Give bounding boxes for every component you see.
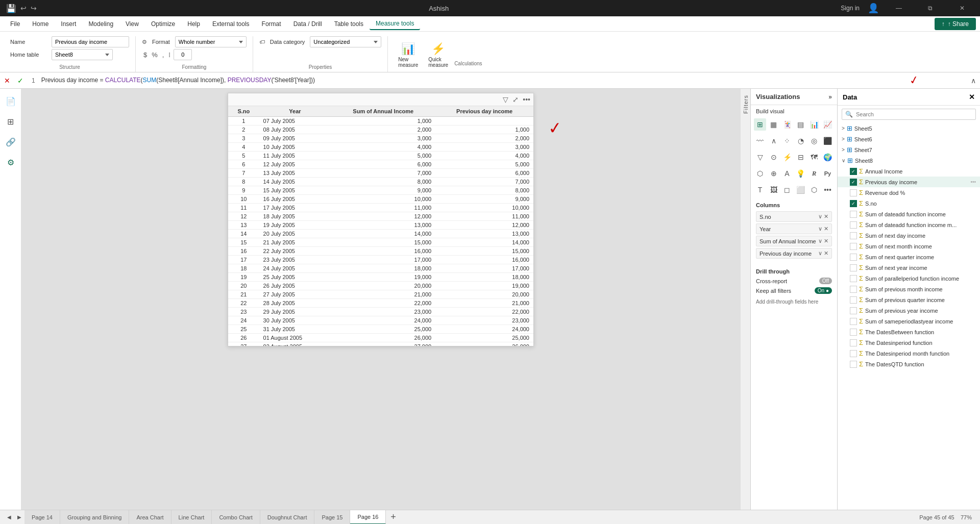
viz-line-icon[interactable]: 〰 <box>754 135 766 147</box>
data-tree-item[interactable]: > ⊞ Sheet7 <box>838 144 980 155</box>
menu-help[interactable]: Help <box>181 18 206 30</box>
decimal-btn[interactable]: ⁞ <box>167 51 172 59</box>
tree-check[interactable] <box>850 211 857 218</box>
keep-filters-toggle[interactable]: On ● <box>815 287 832 294</box>
viz-expand-btn[interactable]: » <box>828 93 832 101</box>
data-tree-item[interactable]: > ⊞ Sheet6 <box>838 134 980 144</box>
menu-view[interactable]: View <box>119 18 145 30</box>
viz-map-icon[interactable]: 🗺 <box>808 151 820 163</box>
data-category-select[interactable]: Uncategorized <box>310 36 381 47</box>
user-icon[interactable]: 👤 <box>868 3 879 14</box>
viz-area-icon[interactable]: ∧ <box>768 135 780 147</box>
viz-multirow-icon[interactable]: ▤ <box>795 118 807 131</box>
data-tree-item[interactable]: Σ The DatesBetween function <box>838 327 980 337</box>
tree-check[interactable] <box>850 318 857 325</box>
viz-more-icon[interactable]: ••• <box>822 184 834 196</box>
viz-r-icon[interactable]: R <box>808 167 820 180</box>
viz-paginator-icon[interactable]: ⬡ <box>808 184 820 196</box>
tree-check[interactable] <box>850 264 857 271</box>
viz-donut-icon[interactable]: ◎ <box>808 135 820 147</box>
viz-treemap-icon[interactable]: ⬛ <box>822 135 834 147</box>
viz-gauge-icon[interactable]: ⊙ <box>768 151 780 163</box>
report-view-icon[interactable]: 📄 <box>3 93 19 109</box>
tab-back-btn[interactable]: ◀ <box>4 512 14 522</box>
signin-label[interactable]: Sign in <box>841 5 860 12</box>
menu-modeling[interactable]: Modeling <box>82 18 119 30</box>
viz-pie-icon[interactable]: ◔ <box>795 135 807 147</box>
data-tree-item[interactable]: ✓ Σ Annual Income <box>838 166 980 177</box>
viz-matrix-icon[interactable]: ▦ <box>768 118 780 131</box>
menu-data-drill[interactable]: Data / Drill <box>287 18 328 30</box>
redo-icon[interactable]: ↪ <box>31 4 37 12</box>
viz-scatter-icon[interactable]: ⁘ <box>781 135 793 147</box>
data-tree-item[interactable]: Σ The Datesinperiod function <box>838 337 980 348</box>
close-btn[interactable]: ✕ <box>950 0 974 16</box>
data-tree-item[interactable]: Σ Sum of previous year income <box>838 305 980 316</box>
table-view-icon[interactable]: ⊞ <box>3 113 19 130</box>
viz-button-icon[interactable]: ⬜ <box>795 184 807 196</box>
data-tree-item[interactable]: Σ Sum of next day income <box>838 230 980 241</box>
tree-check[interactable]: ✓ <box>850 200 857 207</box>
data-tree-item[interactable]: Σ Sum of dateadd function income m... <box>838 219 980 230</box>
data-tree-item[interactable]: ∨ ⊞ Sheet8 <box>838 155 980 166</box>
data-tree-item[interactable]: Σ Sum of next quarter income <box>838 252 980 262</box>
minimize-btn[interactable]: — <box>887 0 911 16</box>
menu-insert[interactable]: Insert <box>55 18 82 30</box>
tree-check[interactable] <box>850 361 857 368</box>
filter-icon[interactable]: ▽ <box>503 95 508 104</box>
tab-page14[interactable]: Page 14 <box>24 510 60 525</box>
quick-measure-button[interactable]: ⚡ Quickmeasure <box>424 40 452 70</box>
decimal-input[interactable] <box>174 49 192 60</box>
more-icon[interactable]: ••• <box>523 95 530 104</box>
format-select[interactable]: Whole number <box>175 36 247 47</box>
viz-smart-icon[interactable]: 💡 <box>795 167 807 180</box>
dax-view-icon[interactable]: ⚙ <box>3 154 19 170</box>
share-button[interactable]: ↑↑ Share <box>935 18 976 30</box>
tree-check[interactable] <box>850 339 857 346</box>
tab-forward-btn[interactable]: ▶ <box>14 512 24 522</box>
name-input[interactable] <box>52 36 129 47</box>
data-tree-item[interactable]: Σ Sum of next year income <box>838 262 980 273</box>
menu-measure-tools[interactable]: Measure tools <box>370 18 420 30</box>
menu-optimize[interactable]: Optimize <box>145 18 181 30</box>
tab-area-chart[interactable]: Area Chart <box>129 510 171 525</box>
viz-image-icon[interactable]: 🖼 <box>768 184 780 196</box>
search-input[interactable] <box>856 111 972 117</box>
restore-btn[interactable]: ⧉ <box>919 0 942 16</box>
tree-check[interactable] <box>850 221 857 229</box>
home-table-select[interactable]: Sheet8 <box>52 49 113 60</box>
data-tree-item[interactable]: Σ The DatesQTD function <box>838 359 980 369</box>
new-measure-button[interactable]: 📊 Newmeasure <box>394 40 422 70</box>
more-options[interactable]: ••• <box>970 179 976 185</box>
data-tree-item[interactable]: > ⊞ Sheet5 <box>838 123 980 134</box>
viz-textbox-icon[interactable]: T <box>754 184 766 196</box>
save-icon[interactable]: 💾 <box>6 4 16 13</box>
data-tree-item[interactable]: Σ The Datesinperiod month function <box>838 348 980 359</box>
viz-py-icon[interactable]: Py <box>822 167 834 180</box>
data-panel-close[interactable]: ✕ <box>969 93 975 101</box>
viz-bar-icon[interactable]: 📊 <box>808 118 820 131</box>
menu-format[interactable]: Format <box>256 18 287 30</box>
data-tree-item[interactable]: Σ Revenue dod % <box>838 187 980 198</box>
tab-grouping[interactable]: Grouping and Binning <box>60 510 129 525</box>
formula-expand-btn[interactable]: ∧ <box>969 77 978 85</box>
tab-page16[interactable]: Page 16 <box>350 510 386 525</box>
viz-card-icon[interactable]: 🃏 <box>781 118 793 131</box>
data-tree-item[interactable]: ✓ Σ Previous day income ••• <box>838 177 980 187</box>
viz-kpi-icon[interactable]: ⚡ <box>781 151 793 163</box>
tab-doughnut-chart[interactable]: Doughnut Chart <box>260 510 315 525</box>
tree-check[interactable] <box>850 286 857 293</box>
tree-check[interactable] <box>850 350 857 357</box>
formula-cancel[interactable]: ✕ <box>2 77 12 85</box>
add-page-btn[interactable]: + <box>386 510 400 525</box>
viz-column-icon[interactable]: 📈 <box>822 118 834 131</box>
undo-icon[interactable]: ↩ <box>20 4 27 12</box>
viz-table-icon[interactable]: ⊞ <box>754 118 766 131</box>
menu-table-tools[interactable]: Table tools <box>328 18 370 30</box>
tree-check[interactable] <box>850 296 857 304</box>
data-tree-item[interactable]: Σ Sum of next month income <box>838 241 980 252</box>
formula-confirm[interactable]: ✓ <box>15 77 26 85</box>
tree-check[interactable] <box>850 275 857 282</box>
dollar-btn[interactable]: $ <box>142 51 149 59</box>
tab-combo-chart[interactable]: Combo Chart <box>212 510 260 525</box>
